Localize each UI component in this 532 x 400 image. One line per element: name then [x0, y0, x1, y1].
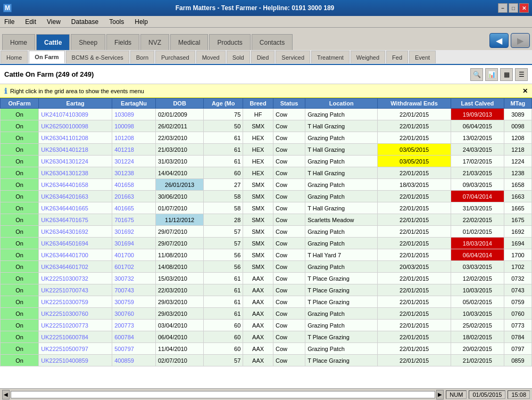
barcode-icon[interactable]: ▦ — [500, 68, 513, 81]
search-icon[interactable]: 🔍 — [470, 68, 483, 81]
cell-lastcalved: 20/02/2015 — [451, 343, 504, 355]
subtab-weighed[interactable]: Weighed — [351, 51, 385, 63]
tab-products[interactable]: Products — [209, 34, 250, 50]
table-row[interactable]: On UK222510400859 400859 02/07/2010 57 A… — [1, 355, 532, 366]
scroll-right-button[interactable]: ▶ — [436, 390, 444, 399]
cell-eartagnu: 701675 — [112, 214, 156, 226]
subtab-sold[interactable]: Sold — [227, 51, 250, 63]
menu-view[interactable]: View — [45, 18, 63, 26]
tab-cattle[interactable]: Cattle — [36, 34, 70, 50]
subtab-bcms[interactable]: BCMS & e-Services — [66, 51, 129, 63]
table-row[interactable]: On UK263464501694 301694 29/07/2010 57 S… — [1, 238, 532, 249]
cell-withdrawal: 18/03/2015 — [378, 179, 451, 191]
info-close-button[interactable]: ✕ — [522, 87, 528, 95]
cell-age: 57 — [204, 355, 243, 366]
cell-dob: 29/03/2010 — [155, 308, 203, 320]
cell-dob: 11/08/2010 — [155, 249, 203, 261]
menu-edit[interactable]: Edit — [23, 18, 38, 26]
cell-mtag: 0859 — [504, 355, 531, 366]
scroll-left-button[interactable]: ◀ — [2, 390, 10, 399]
menu-file[interactable]: File — [2, 18, 16, 26]
tab-fields[interactable]: Fields — [106, 34, 139, 50]
table-row[interactable]: On UK222510300732 300732 15/03/2010 61 A… — [1, 273, 532, 284]
tab-contacts[interactable]: Contacts — [252, 34, 293, 50]
cell-eartag: UK263464301692 — [39, 226, 112, 238]
table-row[interactable]: On UK222510300759 300759 29/03/2010 61 A… — [1, 296, 532, 308]
tab-nvz[interactable]: NVZ — [140, 34, 169, 50]
col-withdrawal: Withdrawal Ends — [378, 99, 451, 109]
cell-dob: 22/03/2010 — [155, 132, 203, 144]
subtab-died[interactable]: Died — [251, 51, 275, 63]
cell-eartagnu: 700743 — [112, 284, 156, 296]
cell-age: 50 — [204, 120, 243, 132]
cell-breed: AAX — [243, 331, 273, 343]
chart-icon[interactable]: 📊 — [485, 68, 498, 81]
table-row[interactable]: On UK263464301692 301692 29/07/2010 57 S… — [1, 226, 532, 238]
cell-status: Cow — [273, 284, 305, 296]
menu-tools[interactable]: Tools — [107, 18, 126, 26]
cell-location: T Hall Grazing — [305, 202, 378, 214]
cell-withdrawal: 22/01/2015 — [378, 331, 451, 343]
table-row[interactable]: On UK222510300760 300760 29/03/2010 61 A… — [1, 308, 532, 320]
horizontal-scrollbar[interactable] — [11, 391, 435, 398]
subtab-fed[interactable]: Fed — [386, 51, 408, 63]
table-row[interactable]: On UK263464401665 401665 01/07/2010 58 S… — [1, 202, 532, 214]
cell-withdrawal: 22/01/2015 — [378, 202, 451, 214]
table-row[interactable]: On UK262500100098 100098 26/02/2011 50 S… — [1, 120, 532, 132]
cell-location: Grazing Patch — [305, 238, 378, 249]
table-row[interactable]: On UK222510500797 500797 11/04/2010 60 A… — [1, 343, 532, 355]
subtab-event[interactable]: Event — [409, 51, 436, 63]
subtab-onfarm[interactable]: On Farm — [29, 51, 64, 63]
table-row[interactable]: On UK241074103089 103089 02/01/2009 75 H… — [1, 109, 532, 120]
tab-medical[interactable]: Medical — [170, 34, 208, 50]
table-row[interactable]: On UK222510600784 600784 06/04/2010 60 A… — [1, 331, 532, 343]
cell-status: Cow — [273, 343, 305, 355]
table-row[interactable]: On UK263041301224 301224 31/03/2010 61 H… — [1, 156, 532, 167]
cell-mtag: 1658 — [504, 179, 531, 191]
table-row[interactable]: On UK263464701675 701675 11/12/2012 28 S… — [1, 214, 532, 226]
cell-age: 58 — [204, 202, 243, 214]
cell-eartag: UK263464501694 — [39, 238, 112, 249]
cell-withdrawal: 03/05/2015 — [378, 144, 451, 156]
table-row[interactable]: On UK263041101208 101208 22/03/2010 61 H… — [1, 132, 532, 144]
cell-eartagnu: 201663 — [112, 191, 156, 202]
cell-dob: 29/07/2010 — [155, 226, 203, 238]
menu-database[interactable]: Database — [69, 18, 101, 26]
table-row[interactable]: On UK222510700743 700743 22/03/2010 61 A… — [1, 284, 532, 296]
nav-forward-button[interactable]: ▶ — [511, 33, 530, 48]
table-row[interactable]: On UK263041401218 401218 21/03/2010 61 H… — [1, 144, 532, 156]
subtab-purchased[interactable]: Purchased — [155, 51, 195, 63]
nav-back-button[interactable]: ◀ — [489, 33, 509, 48]
page-title: Cattle On Farm (249 of 249) — [4, 70, 94, 78]
cell-eartag: UK263041101208 — [39, 132, 112, 144]
tab-sheep[interactable]: Sheep — [71, 34, 105, 50]
table-row[interactable]: On UK263041301238 301238 14/04/2010 60 H… — [1, 167, 532, 179]
cell-location: T Place Grazing — [305, 331, 378, 343]
cell-mtag: 0743 — [504, 284, 531, 296]
table-row[interactable]: On UK263464201663 201663 30/06/2010 58 S… — [1, 191, 532, 202]
subtab-treatment[interactable]: Treatment — [311, 51, 350, 63]
cell-age: 28 — [204, 214, 243, 226]
table-row[interactable]: On UK263464401658 401658 26/01/2013 27 S… — [1, 179, 532, 191]
maximize-button[interactable]: □ — [509, 3, 518, 13]
cell-eartag: UK263464701675 — [39, 214, 112, 226]
cell-eartag: UK262500100098 — [39, 120, 112, 132]
subtab-serviced[interactable]: Serviced — [276, 51, 310, 63]
menu-help[interactable]: Help — [132, 18, 150, 26]
subtab-moved[interactable]: Moved — [196, 51, 226, 63]
subtab-born[interactable]: Born — [130, 51, 154, 63]
columns-icon[interactable]: ☰ — [515, 68, 528, 81]
tab-home[interactable]: Home — [2, 34, 35, 50]
window-title: Farm Matters - Test Farmer - Helpline: 0… — [12, 4, 498, 12]
header-toolbar: 🔍 📊 ▦ ☰ — [470, 68, 528, 81]
cell-onfarm: On — [1, 273, 39, 284]
cell-location: Grazing Patch — [305, 156, 378, 167]
subtab-home[interactable]: Home — [1, 51, 28, 63]
table-row[interactable]: On UK222510200773 200773 03/04/2010 60 A… — [1, 320, 532, 331]
minimize-button[interactable]: – — [498, 3, 508, 13]
table-row[interactable]: On UK263464601702 601702 14/08/2010 56 S… — [1, 261, 532, 273]
table-row[interactable]: On UK263464401700 401700 11/08/2010 56 S… — [1, 249, 532, 261]
close-button[interactable]: ✕ — [519, 3, 529, 13]
cell-breed: AAX — [243, 296, 273, 308]
col-dob: DOB — [155, 99, 203, 109]
